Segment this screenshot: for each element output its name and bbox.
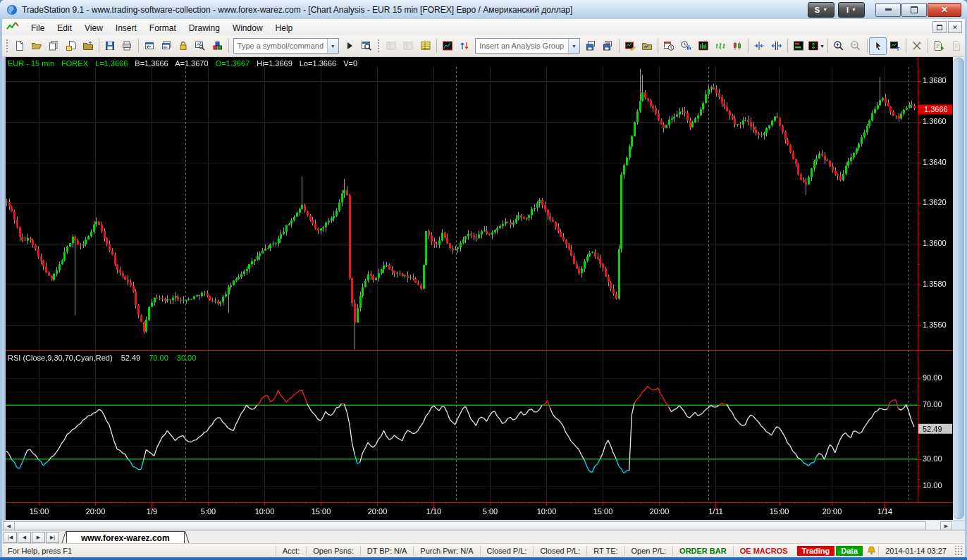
menu-drawing[interactable]: Drawing xyxy=(183,21,226,35)
pointer-tool-button[interactable] xyxy=(869,37,886,55)
toolbar-separator xyxy=(748,39,749,53)
previous-tab-button[interactable]: ◀ xyxy=(18,532,31,543)
vertical-scrollbar-thumb[interactable] xyxy=(954,58,964,519)
chart-canvas[interactable] xyxy=(6,57,953,520)
status-field-6: RT TE: xyxy=(586,546,624,556)
i-menu-button[interactable]: I▼ xyxy=(838,2,865,18)
toolbar-separator xyxy=(138,39,139,53)
s-menu-button[interactable]: S▼ xyxy=(808,2,834,18)
order-bar-button[interactable]: ORDER BAR xyxy=(672,546,733,556)
workspace-analysis-button[interactable] xyxy=(192,37,209,55)
copy-window-button[interactable] xyxy=(45,37,62,55)
symbol-lookup-button[interactable] xyxy=(358,37,375,55)
svg-text:T: T xyxy=(896,46,899,51)
object-explorer-button[interactable] xyxy=(209,37,226,55)
disk-pages2-icon: M xyxy=(602,40,613,51)
folder-chart-icon xyxy=(641,40,653,51)
notes-button xyxy=(947,37,964,55)
analysis-group-select[interactable]: Insert an Analysis Group▼ xyxy=(475,38,580,54)
vertical-scrollbar[interactable] xyxy=(953,57,965,520)
window-border-bottom xyxy=(0,557,967,560)
play-icon xyxy=(344,40,355,51)
close-icon: ✕ xyxy=(941,6,948,14)
sort-updown-button[interactable] xyxy=(456,37,473,55)
resize-grip[interactable] xyxy=(954,546,963,556)
next-tab-button[interactable]: ▶ xyxy=(32,532,45,543)
alert-bell-icon[interactable] xyxy=(867,546,876,555)
menu-format[interactable]: Format xyxy=(143,21,183,35)
manage-analysis-group-button[interactable]: M xyxy=(599,37,616,55)
chart-type-button[interactable] xyxy=(695,37,712,55)
menu-insert[interactable]: Insert xyxy=(109,21,143,35)
disk-icon xyxy=(104,40,116,51)
status-field-4: Closed P/L: xyxy=(480,546,534,556)
open-workspace-button[interactable] xyxy=(28,37,45,55)
menu-help[interactable]: Help xyxy=(269,21,300,35)
format-analysis-button[interactable] xyxy=(622,37,639,55)
status-field-3: Purch Pwr: N/A xyxy=(413,546,479,556)
folder-up-icon xyxy=(82,40,94,51)
text-tool-button[interactable]: T xyxy=(887,37,904,55)
rsi-value: 52.49 xyxy=(121,354,141,362)
session-settings-button[interactable] xyxy=(660,37,677,55)
quote-gray-icon xyxy=(402,40,414,51)
trading-status-badge[interactable]: Trading xyxy=(797,546,835,556)
last-tab-button[interactable]: ▶| xyxy=(46,532,59,543)
toolbar-grip[interactable] xyxy=(6,39,9,53)
next-window-button[interactable] xyxy=(158,37,175,55)
zoom-in-button[interactable] xyxy=(830,37,847,55)
chart-text-icon: T xyxy=(889,40,901,51)
symbol-command-input-value[interactable]: Type a symbol/command xyxy=(234,42,327,50)
save-desktop-button[interactable] xyxy=(101,37,118,55)
horizontal-scrollbar[interactable]: ◀ ▶ xyxy=(2,520,965,530)
add-note-button[interactable] xyxy=(930,37,947,55)
page-paste-icon xyxy=(66,40,77,51)
symbol-command-input[interactable]: Type a symbol/command▼ xyxy=(233,38,339,54)
candle-style-button[interactable] xyxy=(729,37,746,55)
menu-file[interactable]: File xyxy=(25,21,51,35)
exchange-label: FOREX xyxy=(61,59,88,68)
child-restore-button[interactable] xyxy=(932,21,947,33)
workspace-tab[interactable]: www.forex-warez.com xyxy=(66,531,185,544)
colorbars-icon xyxy=(793,40,804,51)
status-bar: For Help, press F1 Acct:Open Psns:DT BP:… xyxy=(2,543,965,557)
menu-window[interactable]: Window xyxy=(226,21,269,35)
open-chart-button[interactable] xyxy=(639,37,655,55)
save-analysis-group-button[interactable] xyxy=(582,37,599,55)
drawing-tools-button[interactable] xyxy=(909,37,925,55)
oe-macros-button[interactable]: OE MACROS xyxy=(733,546,794,556)
close-button[interactable]: ✕ xyxy=(928,3,961,17)
analysis-group-select-value[interactable]: Insert an Analysis Group xyxy=(476,42,568,50)
toolbar-grip[interactable] xyxy=(377,39,381,53)
folder-open-icon xyxy=(31,40,42,51)
child-close-button[interactable]: ✕ xyxy=(948,21,962,33)
chart-analysis-button[interactable] xyxy=(439,37,456,55)
open-window-button[interactable] xyxy=(80,37,97,55)
menu-edit[interactable]: Edit xyxy=(51,21,78,35)
print-button[interactable] xyxy=(118,37,135,55)
restore-button[interactable] xyxy=(901,3,927,17)
bar-style-button[interactable] xyxy=(712,37,729,55)
new-workspace-button[interactable] xyxy=(11,37,28,55)
menu-bar: FileEditViewInsertFormatDrawingWindowHel… xyxy=(2,19,965,36)
format-colors-button[interactable] xyxy=(790,37,807,55)
minimize-button[interactable] xyxy=(875,3,901,17)
toolbar-separator xyxy=(827,39,828,53)
menu-view[interactable]: View xyxy=(78,21,109,35)
autoscale-button[interactable]: ▼ xyxy=(807,37,825,55)
compress-bars-button[interactable] xyxy=(751,37,768,55)
matrix-button[interactable] xyxy=(417,37,434,55)
time-frame-button[interactable] xyxy=(677,37,694,55)
first-tab-button[interactable]: |◀ xyxy=(4,532,17,543)
lock-workspace-button[interactable] xyxy=(175,37,192,55)
paste-window-button[interactable] xyxy=(62,37,79,55)
previous-window-button[interactable] xyxy=(140,37,157,55)
status-datetime: 2014-01-14 03:27 xyxy=(878,546,953,556)
chevron-down-icon[interactable]: ▼ xyxy=(327,39,338,53)
expand-bars-button[interactable] xyxy=(768,37,785,55)
chevron-down-icon[interactable]: ▼ xyxy=(568,39,579,53)
run-command-button[interactable] xyxy=(341,37,358,55)
win-back2-icon xyxy=(161,40,172,51)
data-status-badge[interactable]: Data xyxy=(836,546,863,556)
title-bar: TradeStation 9.1 - www.trading-software-… xyxy=(0,0,967,19)
